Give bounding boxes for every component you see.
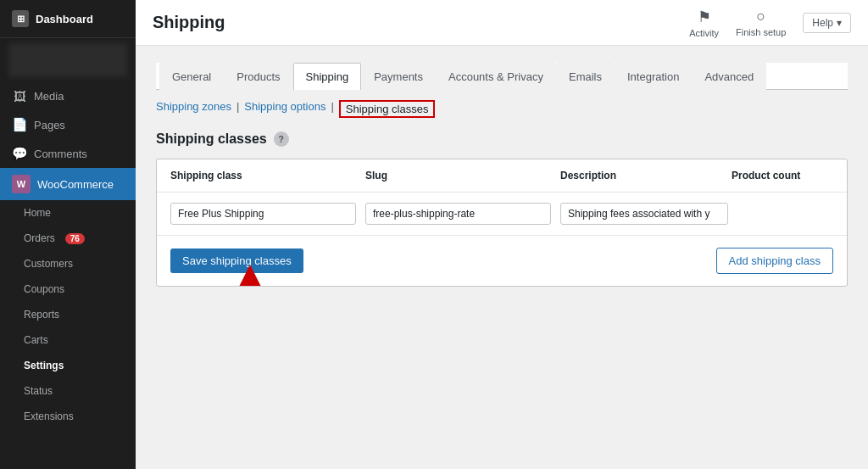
orders-badge: 76: [65, 233, 85, 244]
sidebar-item-label: Customers: [24, 258, 73, 270]
description-input[interactable]: [560, 203, 728, 225]
tab-shipping[interactable]: Shipping: [293, 63, 362, 90]
sidebar-item-customers[interactable]: Customers: [0, 251, 136, 276]
sidebar-item-woocommerce[interactable]: W WooCommerce: [0, 168, 136, 200]
sidebar-item-label: Pages: [34, 119, 65, 131]
sidebar-item-status[interactable]: Status: [0, 378, 136, 404]
comments-icon: 💬: [12, 146, 27, 161]
main-content: Shipping ⚑ Activity ○ Finish setup Help …: [136, 0, 868, 469]
shipping-class-input[interactable]: [170, 203, 356, 225]
tab-products[interactable]: Products: [224, 63, 292, 90]
page-title: Shipping: [153, 13, 225, 32]
dashboard-icon: ⊞: [12, 10, 29, 27]
sidebar-item-reports[interactable]: Reports: [0, 302, 136, 327]
subnav-zones-link[interactable]: Shipping zones: [156, 100, 236, 118]
sidebar-item-extensions[interactable]: Extensions: [0, 404, 136, 429]
content-area: General Products Shipping Payments Accou…: [136, 46, 868, 469]
class-input-cell: [170, 203, 365, 225]
subnav-separator-1: |: [236, 100, 239, 118]
sidebar-item-media[interactable]: 🖼 Media: [0, 82, 136, 110]
sidebar-item-settings[interactable]: Settings: [0, 353, 136, 378]
add-shipping-class-button[interactable]: Add shipping class: [716, 248, 833, 274]
sidebar-item-label: Status: [24, 385, 53, 397]
sidebar-item-label: Coupons: [24, 283, 64, 295]
chevron-down-icon: ▾: [837, 17, 842, 29]
sidebar-logo-label: Dashboard: [36, 13, 93, 25]
sub-navigation: Shipping zones | Shipping options | Ship…: [156, 100, 848, 118]
sidebar-item-coupons[interactable]: Coupons: [0, 276, 136, 302]
activity-button[interactable]: ⚑ Activity: [689, 8, 719, 38]
tab-integration[interactable]: Integration: [615, 63, 692, 90]
sidebar-item-label: Comments: [34, 148, 87, 160]
table-row: [157, 193, 847, 236]
topbar: Shipping ⚑ Activity ○ Finish setup Help …: [136, 0, 868, 46]
sidebar-logo[interactable]: ⊞ Dashboard: [0, 0, 136, 38]
subnav-classes-current[interactable]: Shipping classes: [339, 100, 436, 118]
media-icon: 🖼: [12, 89, 27, 103]
col-slug: Slug: [365, 170, 560, 181]
table-header: Shipping class Slug Description Product …: [157, 159, 847, 193]
sidebar-item-label: Reports: [24, 309, 59, 321]
subnav-options-link[interactable]: Shipping options: [244, 100, 331, 118]
shipping-classes-heading: Shipping classes: [156, 131, 267, 147]
col-description: Description: [560, 170, 732, 181]
tab-accounts-privacy[interactable]: Accounts & Privacy: [436, 63, 556, 90]
sidebar-item-label: Orders: [24, 232, 55, 244]
sidebar-item-label: Home: [24, 207, 51, 219]
tabs-bar: General Products Shipping Payments Accou…: [156, 63, 848, 90]
activity-label: Activity: [689, 28, 719, 38]
sidebar-item-carts[interactable]: Carts: [0, 327, 136, 353]
sidebar-item-label: Settings: [24, 360, 64, 371]
slug-input-cell: [365, 203, 560, 225]
sidebar-item-pages[interactable]: 📄 Pages: [0, 110, 136, 139]
sidebar-item-home[interactable]: Home: [0, 200, 136, 226]
col-product-count: Product count: [732, 170, 833, 181]
sidebar-item-label: Media: [34, 90, 64, 103]
help-tooltip-icon[interactable]: ?: [274, 131, 289, 147]
finish-setup-label: Finish setup: [736, 27, 786, 37]
help-button[interactable]: Help ▾: [803, 13, 851, 33]
flag-icon: ⚑: [698, 8, 711, 26]
sidebar-blurred-user: [8, 43, 127, 77]
shipping-classes-card: Shipping class Slug Description Product …: [156, 159, 848, 287]
sidebar-item-label: Extensions: [24, 410, 74, 422]
tab-payments[interactable]: Payments: [361, 63, 436, 90]
pages-icon: 📄: [12, 117, 27, 132]
finish-setup-button[interactable]: ○ Finish setup: [736, 8, 786, 37]
help-label: Help: [812, 17, 833, 29]
section-heading: Shipping classes ?: [156, 131, 848, 147]
circle-icon: ○: [756, 8, 765, 25]
tab-advanced[interactable]: Advanced: [692, 63, 766, 90]
topbar-actions: ⚑ Activity ○ Finish setup Help ▾: [689, 8, 851, 38]
sidebar-item-orders[interactable]: Orders 76: [0, 226, 136, 251]
sidebar: ⊞ Dashboard 🖼 Media 📄 Pages 💬 Comments W…: [0, 0, 136, 469]
col-shipping-class: Shipping class: [170, 170, 365, 181]
sidebar-item-comments[interactable]: 💬 Comments: [0, 139, 136, 168]
save-shipping-classes-button[interactable]: Save shipping classes: [170, 248, 303, 273]
woocommerce-icon: W: [12, 175, 31, 193]
slug-input[interactable]: [365, 203, 551, 225]
subnav-separator-2: |: [331, 100, 333, 118]
action-row: Save shipping classes Add shipping class: [157, 236, 847, 286]
description-input-cell: [560, 203, 732, 225]
sidebar-item-label: Carts: [24, 334, 48, 346]
tab-emails[interactable]: Emails: [556, 63, 615, 90]
sidebar-item-label: WooCommerce: [37, 178, 114, 191]
tab-general[interactable]: General: [159, 63, 224, 90]
